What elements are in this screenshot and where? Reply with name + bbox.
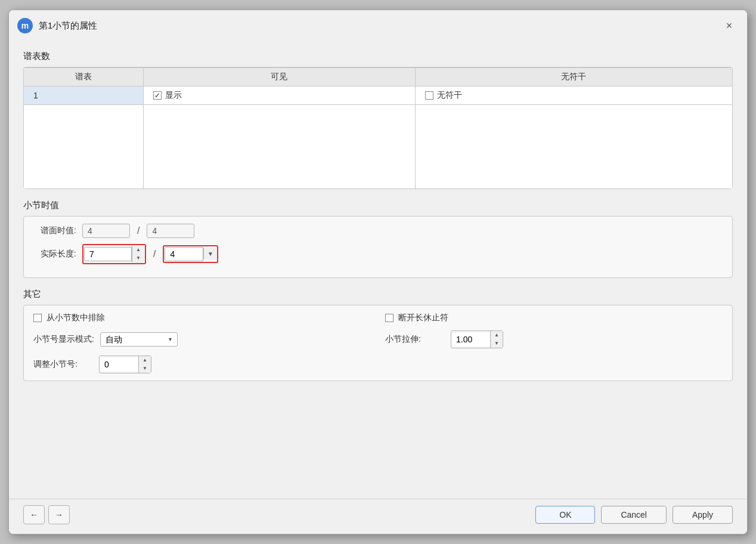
footer-actions: OK Cancel Apply <box>535 506 733 524</box>
measure-value-title: 小节时值 <box>23 200 733 211</box>
actual-denominator-select[interactable]: 4 2 8 16 <box>165 247 203 261</box>
staff-count-box: 谱表 可见 无符干 1 ✓ <box>23 67 733 189</box>
staff-number: 1 <box>33 91 38 100</box>
actual-numerator-spinner: ▲ ▼ <box>82 244 146 264</box>
stretch-btns: ▲ ▼ <box>490 331 503 348</box>
exclude-row: 从小节数中排除 <box>33 313 371 323</box>
adjust-label: 调整小节号: <box>33 359 93 370</box>
empty-cell <box>385 356 723 373</box>
actual-numerator-input[interactable] <box>84 247 132 261</box>
dialog: m 第1小节的属性 × 谱表数 谱表 可见 无符干 <box>8 10 748 534</box>
stretch-down[interactable]: ▼ <box>491 339 503 348</box>
actual-label: 实际长度: <box>33 249 76 259</box>
measure-value-box: 谱面时值: / 实际长度: ▲ ▼ / <box>23 216 733 278</box>
adjust-spinner: ▲ ▼ <box>99 356 151 373</box>
exclude-label: 从小节数中排除 <box>47 313 105 323</box>
stem-checkbox-group: 无符干 <box>425 90 723 101</box>
actual-denominator-group: 4 2 8 16 ▼ <box>163 245 218 263</box>
stem-checkbox[interactable] <box>425 91 433 100</box>
measure-mode-select[interactable]: 自动 固定 关闭 <box>100 332 178 347</box>
back-button[interactable]: ← <box>23 505 45 524</box>
title-bar: m 第1小节的属性 × <box>9 10 747 41</box>
table-row: 1 ✓ 显示 无符干 <box>24 86 732 105</box>
col-header-stem: 无符干 <box>415 68 732 86</box>
actual-denominator-arrow[interactable]: ▼ <box>203 248 216 259</box>
other-section: 其它 从小节数中排除 断开长休止符 小节号显示模式: <box>23 289 733 381</box>
adjust-input[interactable] <box>100 358 138 371</box>
actual-numerator-down[interactable]: ▼ <box>132 254 144 262</box>
empty-visible-cell <box>143 105 415 188</box>
visible-label: 显示 <box>165 90 182 101</box>
dialog-body: 谱表数 谱表 可见 无符干 1 <box>9 41 747 499</box>
stem-label: 无符干 <box>437 90 462 101</box>
break-checkbox[interactable] <box>385 314 394 322</box>
measure-value-section: 小节时值 谱面时值: / 实际长度: ▲ <box>23 200 733 278</box>
actual-numerator-btns: ▲ ▼ <box>132 246 144 262</box>
stretch-row: 小节拉伸: ▲ ▼ <box>385 330 723 348</box>
measure-mode-wrapper: 自动 固定 关闭 <box>100 332 178 347</box>
nominal-numerator[interactable] <box>82 224 130 238</box>
staff-count-title: 谱表数 <box>23 51 733 62</box>
measure-mode-row: 小节号显示模式: 自动 固定 关闭 <box>33 330 371 348</box>
actual-slash: / <box>152 249 157 259</box>
visible-cell: ✓ 显示 <box>143 86 415 105</box>
stretch-spinner: ▲ ▼ <box>451 330 503 348</box>
adjust-btns: ▲ ▼ <box>138 356 151 373</box>
nominal-slash: / <box>136 225 141 236</box>
break-row: 断开长休止符 <box>385 313 723 323</box>
staff-num-cell: 1 <box>24 86 143 105</box>
adjust-down[interactable]: ▼ <box>139 364 151 373</box>
measure-mode-label: 小节号显示模式: <box>33 334 94 345</box>
stem-cell: 无符干 <box>415 86 732 105</box>
exclude-checkbox[interactable] <box>33 314 42 322</box>
close-button[interactable]: × <box>721 17 738 34</box>
empty-stem-cell <box>415 105 732 188</box>
nominal-label: 谱面时值: <box>33 225 76 236</box>
actual-row: 实际长度: ▲ ▼ / 4 2 <box>33 244 723 264</box>
staff-table: 谱表 可见 无符干 1 ✓ <box>24 67 732 188</box>
adjust-row: 调整小节号: ▲ ▼ <box>33 356 371 373</box>
nominal-denominator[interactable] <box>147 224 194 238</box>
stretch-up[interactable]: ▲ <box>491 331 503 339</box>
other-title: 其它 <box>23 289 733 300</box>
empty-staff-cell <box>24 105 143 188</box>
forward-button[interactable]: → <box>48 505 70 524</box>
col-header-visible: 可见 <box>143 68 415 86</box>
col-header-staff: 谱表 <box>24 68 143 86</box>
other-grid: 从小节数中排除 断开长休止符 小节号显示模式: 自动 固定 <box>33 313 723 373</box>
stretch-input[interactable] <box>451 333 490 346</box>
nominal-row: 谱面时值: / <box>33 224 723 238</box>
dialog-footer: ← → OK Cancel Apply <box>9 499 747 534</box>
apply-button[interactable]: Apply <box>673 506 733 524</box>
title-bar-left: m 第1小节的属性 <box>17 18 97 33</box>
dialog-title: 第1小节的属性 <box>39 20 97 32</box>
staff-count-section: 谱表数 谱表 可见 无符干 1 <box>23 51 733 189</box>
adjust-up[interactable]: ▲ <box>139 356 151 364</box>
app-icon: m <box>17 18 33 33</box>
other-box: 从小节数中排除 断开长休止符 小节号显示模式: 自动 固定 <box>23 305 733 381</box>
footer-nav: ← → <box>23 505 70 524</box>
actual-numerator-up[interactable]: ▲ <box>132 246 144 254</box>
ok-button[interactable]: OK <box>535 506 595 524</box>
cancel-button[interactable]: Cancel <box>601 506 667 524</box>
visible-checkbox-group: ✓ 显示 <box>153 90 405 101</box>
visible-checkbox[interactable]: ✓ <box>153 91 162 100</box>
break-label: 断开长休止符 <box>398 313 448 323</box>
stretch-label: 小节拉伸: <box>385 334 445 345</box>
